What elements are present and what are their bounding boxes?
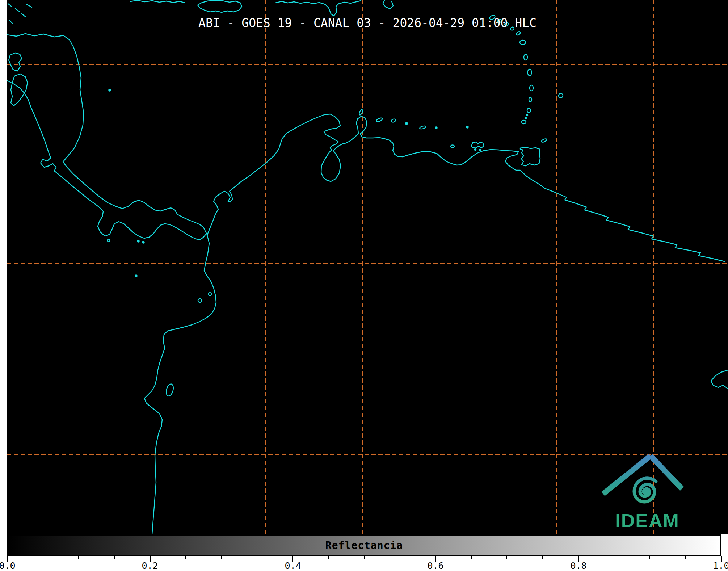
colorbar-tick-label: 0.8 [570,561,586,571]
goes-satellite-map [0,0,728,571]
satellite-image-viewport: ABI - GOES 19 - CANAL 03 - 2026-04-29 01… [0,0,728,571]
reflectance-colorbar: Reflectancia [7,534,721,556]
colorbar-label: Reflectancia [325,539,403,551]
colorbar-minor-tick [506,556,507,559]
colorbar-minor-tick [185,556,186,559]
colorbar-minor-tick [471,556,472,559]
colorbar-minor-tick [328,556,329,559]
image-title: ABI - GOES 19 - CANAL 03 - 2026-04-29 01… [7,16,728,30]
ideam-wordmark: IDEAM [612,511,683,530]
colorbar-tick-label: 0.4 [285,561,301,571]
colorbar-tick-label: 1.0 [713,561,728,571]
colorbar-minor-tick [400,556,400,559]
colorbar-minor-tick [614,556,614,559]
colorbar-tick-label: 0.2 [142,561,158,571]
colorbar-minor-tick [221,556,222,559]
colorbar-minor-tick [364,556,365,559]
colorbar-tick-label: 0.0 [0,561,16,571]
colorbar-minor-tick [78,556,79,559]
colorbar-minor-tick [542,556,543,559]
colorbar-minor-tick [649,556,650,559]
colorbar-minor-tick [257,556,257,559]
colorbar-minor-tick [685,556,686,559]
colorbar-minor-tick [43,556,43,559]
colorbar-minor-tick [114,556,115,559]
colorbar-tick-label: 0.6 [427,561,443,571]
